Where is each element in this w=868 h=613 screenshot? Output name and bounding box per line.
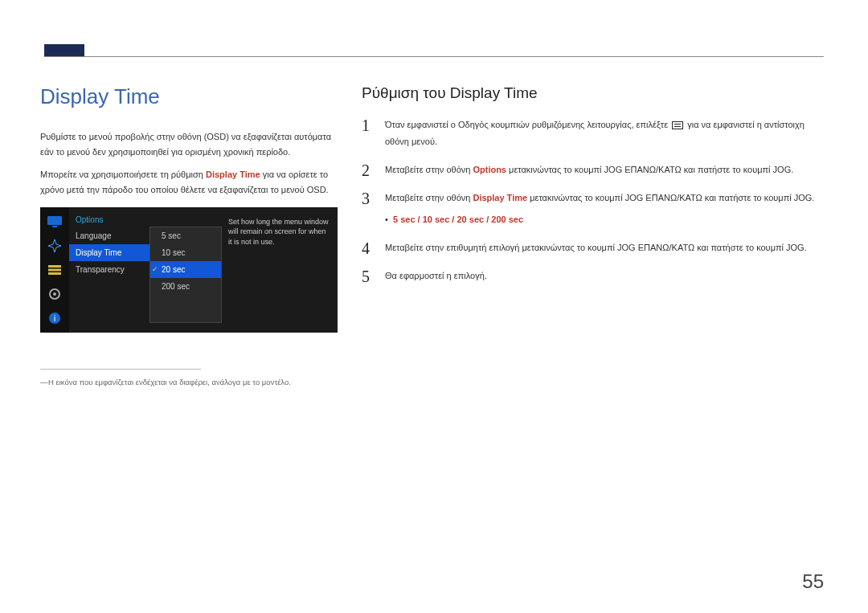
settings-gear-icon	[47, 286, 63, 302]
osd-sub-5sec[interactable]: 5 sec	[150, 227, 221, 244]
adjust-icon	[47, 238, 63, 254]
page: Display Time Ρυθμίστε το μενού προβολής …	[0, 0, 868, 613]
osd-menu-list: Options Language Display Time Transparen…	[69, 212, 149, 328]
section-title: Display Time	[40, 84, 338, 109]
step-number: 4	[362, 239, 373, 256]
step-body: Μεταβείτε στην επιθυμητή επιλογή μετακιν…	[385, 239, 807, 256]
osd-menu-header: Options	[69, 212, 149, 227]
svg-marker-2	[48, 239, 61, 252]
osd-sub-20sec[interactable]: 20 sec	[150, 261, 221, 278]
svg-rect-5	[48, 272, 61, 275]
step-3-options: • 5 sec / 10 sec / 20 sec / 200 sec	[385, 211, 814, 228]
steps-list: 1 Όταν εμφανιστεί ο Οδηγός κουμπιών ρυθμ…	[362, 116, 828, 284]
monitor-icon	[47, 214, 63, 230]
step-5: 5 Θα εφαρμοστεί η επιλογή.	[362, 268, 828, 284]
osd-icon-rail: i	[40, 207, 69, 333]
options-icon	[47, 262, 63, 278]
info-icon: i	[47, 310, 63, 326]
step-1: 1 Όταν εμφανιστεί ο Οδηγός κουμπιών ρυθμ…	[362, 116, 828, 150]
accent-display-time: Display Time	[206, 170, 260, 179]
osd-main: Options Language Display Time Transparen…	[69, 207, 338, 333]
left-column: Display Time Ρυθμίστε το μενού προβολής …	[40, 84, 338, 386]
svg-rect-3	[48, 265, 61, 268]
svg-point-7	[53, 292, 56, 296]
footnote: ―Η εικόνα που εμφανίζεται ενδέχεται να δ…	[40, 378, 338, 386]
step-body: Μεταβείτε στην οθόνη Display Time μετακι…	[385, 190, 814, 228]
osd-menu-item-display-time[interactable]: Display Time	[69, 244, 149, 261]
intro-paragraph-1: Ρυθμίστε το μενού προβολής στην οθόνη (O…	[40, 129, 338, 159]
header-rule	[44, 56, 824, 57]
intro-paragraph-2: Μπορείτε να χρησιμοποιήσετε τη ρύθμιση D…	[40, 167, 338, 197]
osd-sub-200sec[interactable]: 200 sec	[150, 278, 221, 295]
svg-rect-4	[48, 268, 61, 271]
step-number: 3	[362, 190, 373, 206]
step-number: 1	[362, 116, 373, 133]
step-number: 2	[362, 161, 373, 178]
step-body: Μεταβείτε στην οθόνη Options μετακινώντα…	[385, 161, 793, 178]
svg-text:i: i	[54, 314, 55, 323]
header-tab-marker	[44, 44, 84, 56]
osd-submenu: 5 sec 10 sec 20 sec 200 sec	[149, 227, 222, 323]
step-number: 5	[362, 268, 373, 284]
svg-rect-1	[52, 226, 57, 227]
page-number: 55	[802, 570, 824, 593]
two-column-layout: Display Time Ρυθμίστε το μενού προβολής …	[40, 84, 828, 386]
osd-menu-item-language[interactable]: Language	[69, 227, 149, 244]
osd-panel: i Options Language Display Time Transpar…	[40, 207, 338, 333]
step-2: 2 Μεταβείτε στην οθόνη Options μετακινών…	[362, 161, 828, 178]
subsection-title: Ρύθμιση του Display Time	[362, 84, 828, 102]
menu-icon	[672, 121, 683, 129]
accent-options: Options	[473, 165, 506, 174]
step-4: 4 Μεταβείτε στην επιθυμητή επιλογή μετακ…	[362, 239, 828, 256]
svg-rect-0	[47, 216, 62, 225]
step-3: 3 Μεταβείτε στην οθόνη Display Time μετα…	[362, 190, 828, 228]
osd-menu-item-transparency[interactable]: Transparency	[69, 261, 149, 278]
footnote-separator	[40, 369, 201, 370]
step-body: Όταν εμφανιστεί ο Οδηγός κουμπιών ρυθμιζ…	[385, 116, 828, 150]
right-column: Ρύθμιση του Display Time 1 Όταν εμφανιστ…	[362, 84, 828, 386]
osd-screenshot: i Options Language Display Time Transpar…	[40, 207, 338, 333]
osd-sub-10sec[interactable]: 10 sec	[150, 244, 221, 261]
accent-display-time-2: Display Time	[473, 193, 527, 202]
step-body: Θα εφαρμοστεί η επιλογή.	[385, 268, 487, 284]
osd-description: Set how long the menu window will remain…	[222, 212, 338, 328]
